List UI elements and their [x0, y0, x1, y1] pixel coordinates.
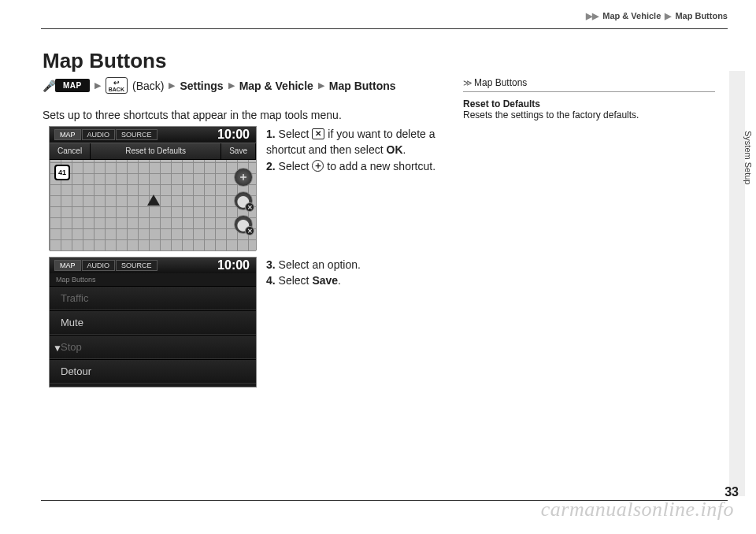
- tab-map[interactable]: MAP: [54, 260, 81, 271]
- tab-source[interactable]: SOURCE: [116, 260, 158, 271]
- reset-defaults-button[interactable]: Reset to Defaults: [91, 143, 221, 159]
- toolbar: Cancel Reset to Defaults Save: [50, 143, 256, 160]
- breadcrumb-parent: Map & Vehicle: [602, 11, 661, 20]
- intro-text: Sets up to three shortcuts that appear i…: [43, 109, 342, 121]
- list-item[interactable]: Stop: [50, 335, 256, 359]
- path-settings: Settings: [180, 80, 223, 92]
- screenshot-map-tools: MAP AUDIO SOURCE 10:00 Cancel Reset to D…: [49, 126, 257, 250]
- note-chevron-icon: ≫: [463, 78, 469, 88]
- step-1: 1. Select ✕ if you want to delete a shor…: [266, 126, 447, 158]
- step-number: 3.: [266, 258, 276, 271]
- delete-x-icon: ✕: [312, 128, 324, 139]
- delete-icon[interactable]: ✕: [245, 202, 254, 212]
- vehicle-cursor-icon: [147, 195, 160, 206]
- note-heading-text: Map Buttons: [474, 77, 527, 88]
- tab-audio[interactable]: AUDIO: [82, 129, 116, 140]
- menu-list: Traffic Mute Stop Detour: [50, 286, 256, 384]
- step-4: 4. Select Save.: [266, 273, 447, 288]
- section-tab: [729, 71, 745, 496]
- tab-bar: MAP AUDIO SOURCE 10:00: [50, 127, 256, 143]
- tab-audio[interactable]: AUDIO: [82, 260, 116, 271]
- clock: 10:00: [217, 258, 250, 273]
- chevron-right-icon: ▶: [228, 80, 235, 91]
- step-number: 1.: [266, 128, 276, 140]
- tab-bar: MAP AUDIO SOURCE 10:00: [50, 258, 256, 273]
- map-button-icon: MAP: [55, 79, 90, 92]
- list-item[interactable]: Detour: [50, 359, 256, 384]
- step-text: .: [403, 143, 406, 156]
- section-label: System Setup: [743, 131, 753, 184]
- list-item[interactable]: Mute: [50, 310, 256, 335]
- watermark: carmanualsonline.info: [541, 498, 734, 521]
- nav-path: 🎤 MAP ▶ ↩ BACK (Back) ▶ Settings ▶ Map &…: [43, 77, 396, 94]
- breadcrumb-current: Map Buttons: [675, 11, 728, 20]
- step-text: Select an option.: [279, 258, 361, 271]
- back-arrow-icon: ↩: [109, 80, 124, 87]
- step-text: .: [338, 274, 341, 287]
- step-3: 3. Select an option.: [266, 257, 447, 273]
- list-item[interactable]: Traffic: [50, 286, 256, 310]
- save-label: Save: [312, 274, 338, 287]
- chevron-right-icon: ▶: [169, 80, 175, 91]
- zoom-in-button[interactable]: ＋: [234, 168, 253, 187]
- scroll-down-icon[interactable]: ▼: [53, 343, 62, 354]
- divider: [41, 28, 728, 29]
- delete-icon[interactable]: ✕: [245, 226, 254, 235]
- breadcrumb: ▶▶ Map & Vehicle ▶ Map Buttons: [584, 11, 728, 21]
- back-text: (Back): [132, 80, 164, 92]
- shortcut-slot-button[interactable]: ⬤✕: [234, 215, 253, 234]
- note-column: ≫ Map Buttons Reset to Defaults Resets t…: [463, 77, 715, 121]
- map-shortcut-buttons: ＋ ⬤✕ ⬤✕: [234, 168, 253, 234]
- plus-icon: ＋: [312, 160, 324, 172]
- chevron-right-icon: ▶: [318, 80, 324, 91]
- back-button-icon: ↩ BACK: [106, 77, 128, 94]
- note-text: Resets the settings to the factory defau…: [463, 109, 639, 121]
- clock: 10:00: [217, 128, 250, 142]
- instruction-steps-2: 3. Select an option. 4. Select Save.: [266, 257, 447, 289]
- step-text: Select: [279, 274, 313, 287]
- map-view[interactable]: 41 ＋ ⬤✕ ⬤✕: [50, 160, 256, 251]
- step-number: 4.: [266, 274, 276, 287]
- path-mapvehicle: Map & Vehicle: [239, 80, 313, 92]
- cancel-button[interactable]: Cancel: [50, 143, 91, 159]
- screenshot-map-buttons-menu: MAP AUDIO SOURCE 10:00 Map Buttons Traff…: [49, 257, 257, 388]
- save-button[interactable]: Save: [221, 143, 256, 159]
- menu-subheader: Map Buttons: [50, 273, 256, 286]
- note-title: Reset to Defaults: [463, 98, 715, 109]
- route-shield-icon: 41: [54, 165, 70, 180]
- instruction-steps-1: 1. Select ✕ if you want to delete a shor…: [266, 126, 447, 174]
- voice-icon: 🎤: [43, 80, 50, 92]
- chevron-right-icon: ▶: [94, 80, 101, 91]
- step-2: 2. Select ＋ to add a new shortcut.: [266, 158, 447, 174]
- tab-map[interactable]: MAP: [54, 129, 81, 140]
- ok-label: OK: [387, 143, 403, 156]
- step-text: Select: [279, 128, 313, 140]
- step-text: Select: [279, 160, 313, 172]
- step-text: to add a new shortcut.: [327, 160, 435, 172]
- page-title: Map Buttons: [43, 49, 166, 73]
- step-number: 2.: [266, 160, 276, 172]
- shortcut-slot-button[interactable]: ⬤✕: [234, 191, 253, 210]
- note-heading: ≫ Map Buttons: [463, 77, 715, 92]
- chevron-right-icon: ▶▶: [586, 11, 598, 20]
- path-mapbuttons: Map Buttons: [329, 80, 396, 92]
- chevron-right-icon: ▶: [665, 11, 671, 20]
- note-body: Reset to Defaults Resets the settings to…: [463, 98, 715, 121]
- back-label: BACK: [109, 87, 124, 92]
- tab-source[interactable]: SOURCE: [116, 129, 158, 140]
